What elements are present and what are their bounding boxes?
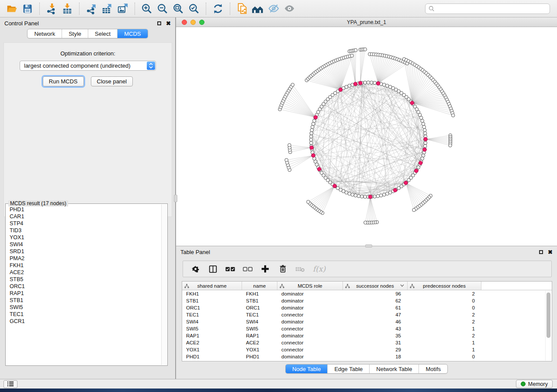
close-table-panel-icon[interactable]: ✖ bbox=[548, 249, 553, 255]
mcds-result-item[interactable]: TEC1 bbox=[10, 311, 161, 318]
mcds-result-item[interactable]: GCR1 bbox=[10, 318, 161, 325]
horizontal-splitter-grip[interactable] bbox=[365, 244, 372, 248]
table-cell: PHD1 bbox=[242, 354, 277, 359]
table-cell: dominator bbox=[277, 354, 343, 359]
sort-chevron-icon[interactable] bbox=[400, 284, 404, 287]
save-session-icon[interactable] bbox=[20, 2, 35, 16]
mcds-result-item[interactable]: RAP1 bbox=[10, 290, 161, 297]
hide-selected-icon[interactable] bbox=[266, 2, 281, 16]
tab-network-table[interactable]: Network Table bbox=[369, 364, 419, 373]
mcds-result-item[interactable]: SWI5 bbox=[10, 304, 161, 311]
mcds-result-item[interactable]: PMA2 bbox=[10, 255, 161, 262]
add-column-icon[interactable] bbox=[260, 264, 270, 274]
column-header-successor-nodes[interactable]: successor nodes bbox=[343, 282, 408, 290]
zoom-out-icon[interactable] bbox=[155, 2, 170, 16]
clone-network-icon[interactable] bbox=[235, 2, 249, 16]
table-cell: STB1 bbox=[242, 298, 277, 303]
mcds-result-item[interactable]: SWI4 bbox=[10, 241, 161, 248]
table-row[interactable]: SWI5SWI5connector431 bbox=[182, 325, 552, 332]
tab-mcds[interactable]: MCDS bbox=[117, 29, 147, 38]
table-cell: dominator bbox=[277, 319, 343, 324]
window-zoom-light[interactable] bbox=[199, 20, 204, 25]
task-history-button[interactable] bbox=[3, 380, 17, 388]
toolbar-separator bbox=[206, 3, 206, 15]
table-row[interactable]: TEC1TEC1connector472 bbox=[182, 311, 552, 318]
network-title-bar[interactable]: YPA_prune.txt_1 bbox=[176, 17, 557, 27]
column-header-MCDS-role[interactable]: MCDS role bbox=[277, 282, 343, 290]
table-cell: dominator bbox=[277, 305, 343, 310]
close-panel-icon[interactable]: ✖ bbox=[166, 21, 171, 26]
table-cell: 2 bbox=[408, 291, 481, 296]
table-row[interactable]: STB1STB1dominator620 bbox=[182, 297, 552, 304]
zoom-selected-icon[interactable] bbox=[187, 2, 201, 16]
float-panel-icon[interactable] bbox=[157, 21, 161, 25]
network-window: YPA_prune.txt_1 bbox=[176, 17, 557, 246]
delete-column-icon[interactable] bbox=[278, 264, 287, 274]
column-type-icon bbox=[280, 284, 284, 289]
table-row[interactable]: YOX1YOX1connector291 bbox=[182, 346, 552, 353]
close-panel-button[interactable]: Close panel bbox=[91, 76, 133, 86]
mcds-result-item[interactable]: ORC1 bbox=[10, 283, 161, 290]
export-network-icon[interactable] bbox=[84, 2, 99, 16]
toggle-column-view-icon[interactable] bbox=[208, 264, 218, 274]
window-minimize-light[interactable] bbox=[190, 20, 196, 25]
deselect-all-rows-icon[interactable] bbox=[243, 264, 253, 274]
table-cell: 2 bbox=[408, 312, 481, 317]
mcds-result-item[interactable]: STB1 bbox=[10, 297, 161, 304]
list-icon bbox=[7, 381, 14, 387]
table-row[interactable]: ACE2ACE2connector311 bbox=[182, 339, 552, 346]
mcds-result-item[interactable]: TID3 bbox=[10, 227, 161, 234]
zoom-fit-icon[interactable] bbox=[171, 2, 186, 16]
tab-network[interactable]: Network bbox=[28, 29, 62, 38]
search-input[interactable] bbox=[435, 4, 550, 13]
table-scrollbar[interactable] bbox=[545, 291, 551, 361]
column-header-name[interactable]: name bbox=[242, 282, 277, 290]
import-network-icon[interactable] bbox=[44, 2, 59, 16]
table-settings-gear-icon[interactable] bbox=[190, 264, 200, 274]
column-header-predecessor-nodes[interactable]: predecessor nodes bbox=[408, 282, 481, 290]
tab-node-table[interactable]: Node Table bbox=[286, 364, 328, 373]
tab-style[interactable]: Style bbox=[62, 29, 88, 38]
vertical-splitter-grip[interactable] bbox=[174, 195, 177, 202]
function-builder-icon: f(x) bbox=[313, 265, 325, 273]
table-row[interactable]: PHD1PHD1dominator180 bbox=[182, 353, 552, 360]
show-all-icon[interactable] bbox=[250, 2, 265, 16]
mcds-result-item[interactable]: ACE2 bbox=[10, 269, 161, 276]
tab-motifs[interactable]: Motifs bbox=[419, 364, 447, 373]
mcds-result-item[interactable]: YOX1 bbox=[10, 234, 161, 241]
table-scrollbar-thumb[interactable] bbox=[547, 292, 550, 338]
mcds-result-item[interactable]: FKH1 bbox=[10, 262, 161, 269]
mcds-list-scrollbar[interactable] bbox=[161, 204, 167, 365]
tab-select[interactable]: Select bbox=[88, 29, 117, 38]
mcds-result-item[interactable]: PHD1 bbox=[10, 206, 161, 213]
table-row[interactable]: ORC1ORC1dominator610 bbox=[182, 304, 552, 311]
mcds-result-item[interactable]: CAR1 bbox=[10, 213, 161, 220]
import-table-icon[interactable] bbox=[60, 2, 75, 16]
network-graph[interactable] bbox=[176, 27, 557, 246]
tab-edge-table[interactable]: Edge Table bbox=[327, 364, 369, 373]
table-cell: 47 bbox=[343, 312, 408, 317]
float-table-panel-icon[interactable] bbox=[539, 250, 543, 254]
select-all-rows-icon[interactable] bbox=[225, 264, 235, 274]
column-header-shared-name[interactable]: shared name bbox=[182, 282, 242, 290]
show-hidden-icon[interactable] bbox=[282, 2, 297, 16]
table-body: FKH1FKH1dominator962STB1STB1dominator620… bbox=[182, 290, 552, 360]
optimization-criterion-select[interactable]: largest connected component (undirected) bbox=[20, 61, 156, 71]
table-row[interactable]: FKH1FKH1dominator962 bbox=[182, 290, 552, 297]
mcds-result-item[interactable]: STP4 bbox=[10, 220, 161, 227]
mcds-result-item[interactable]: SRD1 bbox=[10, 248, 161, 255]
table-row[interactable]: SWI4SWI4dominator462 bbox=[182, 318, 552, 325]
table-cell: YOX1 bbox=[182, 347, 242, 352]
zoom-in-icon[interactable] bbox=[139, 2, 154, 16]
export-table-icon[interactable] bbox=[100, 2, 114, 16]
open-session-icon[interactable] bbox=[4, 2, 19, 16]
run-mcds-button[interactable]: Run MCDS bbox=[43, 76, 84, 86]
mcds-result-item[interactable]: STB5 bbox=[10, 276, 161, 283]
network-canvas[interactable] bbox=[176, 27, 557, 246]
table-cell: PHD1 bbox=[182, 354, 242, 359]
window-close-light[interactable] bbox=[182, 20, 187, 25]
memory-button[interactable]: Memory bbox=[516, 380, 553, 388]
table-row[interactable]: RAP1RAP1dominator352 bbox=[182, 332, 552, 339]
apply-layout-icon[interactable] bbox=[211, 2, 225, 16]
export-image-icon[interactable] bbox=[115, 2, 130, 16]
